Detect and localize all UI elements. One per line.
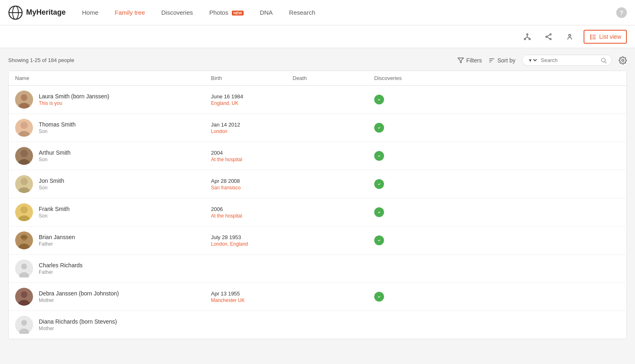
avatar-image	[15, 119, 33, 137]
table-row[interactable]: Charles Richards Father	[9, 255, 626, 283]
toolbar-right: Filters Sort by ▾	[457, 55, 627, 66]
person-relation: Mother	[39, 326, 117, 331]
main-content: Showing 1-25 of 184 people Filters Sort …	[0, 48, 635, 364]
person-info: Arthur Smith Son	[39, 149, 71, 162]
person-name: Diana Richards (born Stevens)	[39, 318, 117, 325]
list-view-button[interactable]: List view	[584, 30, 627, 44]
person-relation: Son	[39, 185, 64, 191]
profile-view-button[interactable]	[562, 30, 577, 43]
logo-icon	[8, 5, 23, 20]
share-icon	[544, 33, 553, 41]
filters-button[interactable]: Filters	[457, 57, 482, 64]
person-relation: Son	[39, 129, 75, 134]
sort-by-button[interactable]: Sort by	[488, 57, 515, 64]
logo[interactable]: MyHeritage	[8, 5, 66, 20]
settings-button[interactable]	[619, 56, 627, 64]
svg-point-43	[377, 182, 382, 186]
discovery-badge[interactable]	[374, 207, 384, 217]
avatar-image	[15, 203, 33, 221]
table-row[interactable]: Debra Janssen (born Johnston) Mother Apr…	[9, 283, 626, 311]
avatar-image	[15, 91, 33, 109]
svg-point-25	[602, 58, 605, 62]
tree-view-button[interactable]	[520, 30, 535, 43]
person-relation: Son	[39, 157, 71, 162]
person-name: Frank Smith	[39, 206, 69, 212]
svg-point-54	[21, 264, 27, 269]
person-icon	[566, 33, 574, 41]
person-info: Charles Richards Father	[39, 262, 82, 275]
discovery-cell	[374, 151, 620, 161]
birth-date: Apr 28 2008	[211, 178, 293, 184]
showing-count: Showing 1-25 of 184 people	[8, 57, 457, 63]
table-row[interactable]: Frank Smith Son 2006 At the hospital	[9, 198, 626, 226]
avatar	[15, 231, 33, 249]
person-name: Debra Janssen (born Johnston)	[39, 290, 119, 297]
person-cell: Arthur Smith Son	[15, 147, 211, 165]
discovery-cell	[374, 95, 620, 104]
table-header: Name Birth Death Discoveries	[9, 71, 626, 86]
search-icon	[600, 57, 607, 64]
discovery-badge[interactable]	[374, 179, 384, 189]
person-relation: Mother	[39, 297, 119, 303]
svg-rect-15	[591, 34, 592, 36]
svg-rect-17	[591, 38, 592, 39]
svg-line-8	[527, 37, 530, 38]
birth-place: England, UK	[211, 100, 293, 106]
discovery-badge[interactable]	[374, 151, 384, 161]
birth-date: 2006	[211, 206, 293, 212]
discovery-badge[interactable]	[374, 95, 384, 104]
nav-dna[interactable]: DNA	[260, 9, 273, 16]
discovery-icon	[376, 294, 382, 300]
table-row[interactable]: Jon Smith Son Apr 28 2008 San fransisco	[9, 170, 626, 198]
birth-place: London	[211, 129, 293, 134]
birth-date: June 16 1984	[211, 93, 293, 100]
nav-photos[interactable]: Photos NEW	[209, 9, 244, 16]
svg-point-57	[21, 291, 27, 298]
person-cell: Frank Smith Son	[15, 203, 211, 221]
discovery-badge[interactable]	[374, 292, 384, 302]
discovery-cell	[374, 207, 620, 217]
search-submit-button[interactable]	[600, 57, 607, 64]
birth-place: London, England	[211, 241, 293, 247]
table-row[interactable]: Arthur Smith Son 2004 At the hospital	[9, 142, 626, 170]
person-cell: Charles Richards Father	[15, 260, 211, 277]
birth-cell: July 28 1953 London, England	[211, 234, 293, 247]
col-birth: Birth	[211, 75, 293, 81]
svg-point-51	[20, 235, 28, 239]
person-name: Jon Smith	[39, 178, 64, 184]
discovery-icon	[376, 237, 382, 243]
view-switcher-bar: List view	[0, 25, 635, 48]
table-row[interactable]: Laura Smith (born Janssen) This is you J…	[9, 86, 626, 114]
table-row[interactable]: Diana Richards (born Stevens) Mother	[9, 311, 626, 339]
search-dropdown[interactable]: ▾	[527, 57, 538, 64]
birth-cell: Jan 14 2012 London	[211, 122, 293, 134]
share-view-button[interactable]	[541, 30, 556, 43]
birth-cell: June 16 1984 England, UK	[211, 93, 293, 106]
birth-cell: 2004 At the hospital	[211, 150, 293, 162]
discovery-badge[interactable]	[374, 235, 384, 245]
settings-icon	[619, 56, 627, 64]
avatar-image	[15, 147, 33, 165]
nav-discoveries[interactable]: Discoveries	[161, 9, 193, 16]
nav-research[interactable]: Research	[289, 9, 315, 16]
person-info: Frank Smith Son	[39, 206, 69, 219]
col-death: Death	[293, 75, 374, 81]
help-button[interactable]: ?	[616, 7, 627, 18]
person-cell: Thomas Smith Son	[15, 119, 211, 137]
avatar	[15, 119, 33, 137]
birth-cell: Apr 28 2008 San fransisco	[211, 178, 293, 191]
person-info: Jon Smith Son	[39, 178, 64, 191]
discovery-cell	[374, 179, 620, 189]
person-info: Debra Janssen (born Johnston) Mother	[39, 290, 119, 303]
search-input[interactable]	[541, 57, 598, 63]
person-relation: This is you	[39, 100, 109, 106]
avatar	[15, 91, 33, 109]
discovery-cell	[374, 292, 620, 302]
list-view-icon	[589, 33, 597, 40]
discovery-icon	[376, 153, 382, 159]
nav-home[interactable]: Home	[82, 9, 98, 16]
nav-family-tree[interactable]: Family tree	[115, 9, 145, 16]
discovery-badge[interactable]	[374, 123, 384, 133]
table-row[interactable]: Brian Janssen Father July 28 1953 London…	[9, 226, 626, 255]
table-row[interactable]: Thomas Smith Son Jan 14 2012 London	[9, 114, 626, 142]
